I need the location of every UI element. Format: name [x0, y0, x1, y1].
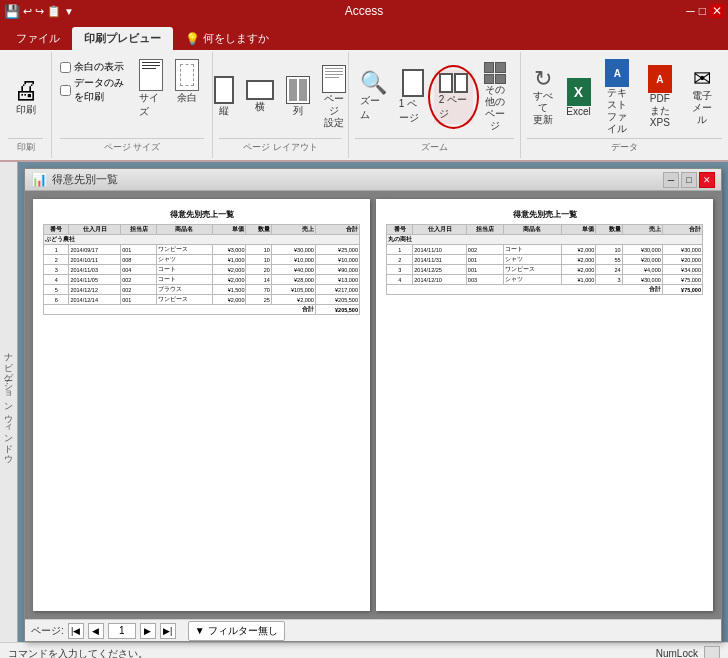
app-title: Access: [345, 4, 384, 18]
group-zoom: 🔍 ズーム 1 ページ 2 ページ: [349, 52, 522, 158]
page-more-button[interactable]: その他のページ: [475, 59, 514, 135]
mdi-window-icon: 📊: [31, 172, 47, 187]
command-bar: コマンドを入力してください。 NumLock: [0, 642, 728, 658]
minimize-app-btn[interactable]: ─: [686, 4, 695, 18]
mdi-title-bar: 📊 得意先別一覧 ─ □ ✕: [25, 169, 721, 191]
save-icon[interactable]: 💾: [4, 4, 20, 19]
group-page-size: 余白の表示 データのみを印刷 サイズ: [52, 52, 213, 158]
page-more-icon: [484, 62, 506, 84]
print-icon: 🖨: [13, 77, 39, 103]
page-input[interactable]: [108, 623, 136, 639]
preview-page-1: 得意先別売上一覧 番号 仕入月日 担当店 商品名 単価 数量: [33, 199, 370, 611]
size-icon: [139, 59, 163, 91]
mdi-window: 📊 得意先別一覧 ─ □ ✕ 得意先別売上一覧: [24, 168, 722, 642]
print-button[interactable]: 🖨 印刷: [8, 74, 44, 120]
columns-icon: [286, 76, 310, 104]
page2-button[interactable]: 2 ページ: [434, 70, 473, 124]
group-page-layout: 縦 横 列 ページ設定: [213, 52, 349, 158]
page1-title: 得意先別売上一覧: [43, 209, 360, 220]
page2-container: 2 ページ: [434, 70, 473, 124]
portrait-button[interactable]: 縦: [209, 73, 239, 121]
mdi-restore-btn[interactable]: □: [681, 172, 697, 188]
excel-button[interactable]: X Excel: [561, 75, 595, 120]
pdf-icon: A: [648, 65, 672, 93]
excel-icon: X: [567, 78, 591, 106]
mdi-controls: ─ □ ✕: [663, 172, 715, 188]
zoom-icon: 🔍: [360, 72, 387, 94]
page2-title: 得意先別売上一覧: [386, 209, 703, 220]
nav-last-btn[interactable]: ▶|: [160, 623, 176, 639]
undo-icon[interactable]: ↩: [23, 5, 32, 18]
nav-next-btn[interactable]: ▶: [140, 623, 156, 639]
portrait-icon: [214, 76, 234, 104]
landscape-button[interactable]: 横: [241, 77, 279, 117]
whatdo-icon: 💡: [185, 32, 200, 46]
text-button[interactable]: A テキストファイル: [598, 56, 637, 138]
pdf-button[interactable]: A PDF またXPS: [639, 62, 680, 132]
tab-whatdo[interactable]: 💡 何をしますか: [173, 27, 281, 50]
text-icon: A: [605, 59, 629, 87]
page2-col-headers: 番号 仕入月日 担当店 商品名 単価 数量 売上 合計: [386, 224, 703, 295]
customize-qa-dropdown[interactable]: ▼: [64, 6, 74, 17]
tab-print-preview[interactable]: 印刷プレビュー: [72, 27, 173, 50]
preview-area: 得意先別売上一覧 番号 仕入月日 担当店 商品名 単価 数量: [25, 191, 721, 619]
preview-page-2: 得意先別売上一覧 番号 仕入月日 担当店 商品名 単価 数量: [376, 199, 713, 611]
command-prompt: コマンドを入力してください。: [8, 647, 148, 659]
restore-app-btn[interactable]: □: [699, 4, 706, 18]
nav-prev-btn[interactable]: ◀: [88, 623, 104, 639]
page-label: ページ:: [31, 624, 64, 638]
group-page-layout-label: ページ レイアウト: [219, 138, 342, 154]
nav-panel[interactable]: ナビゲーション ウィンドウ: [0, 162, 18, 642]
nav-panel-label: ナビゲーション: [2, 346, 15, 406]
filter-label: フィルター無し: [208, 624, 278, 638]
tab-file[interactable]: ファイル: [4, 27, 72, 50]
mdi-window-title: 得意先別一覧: [52, 172, 658, 187]
email-icon: ✉: [693, 68, 711, 90]
mdi-status-bar: ページ: |◀ ◀ ▶ ▶| ▼ フィルター無し: [25, 619, 721, 641]
email-button[interactable]: ✉ 電子メール: [683, 65, 722, 129]
zoom-button[interactable]: 🔍 ズーム: [355, 69, 392, 125]
size-button[interactable]: サイズ: [134, 56, 168, 122]
group-data: ↻ すべて更新 X Excel A テキストファイル A PDF またXPS ✉…: [521, 52, 728, 158]
mdi-close-btn[interactable]: ✕: [699, 172, 715, 188]
margin-checkbox-row: 余白の表示: [60, 60, 130, 74]
clipboard-icon[interactable]: 📋: [47, 5, 61, 18]
page-setup-icon: [322, 65, 346, 93]
group-zoom-label: ズーム: [355, 138, 515, 154]
margin-btn[interactable]: 余白: [170, 56, 204, 122]
refresh-button[interactable]: ↻ すべて更新: [527, 65, 559, 129]
mdi-minimize-btn[interactable]: ─: [663, 172, 679, 188]
nav-first-btn[interactable]: |◀: [68, 623, 84, 639]
page1-icon: [402, 69, 424, 97]
group-data-label: データ: [527, 138, 722, 154]
group-page-size-label: ページ サイズ: [60, 138, 204, 154]
page1-button[interactable]: 1 ページ: [394, 66, 432, 128]
group-print-label: 印刷: [8, 138, 43, 154]
margin-icon: [175, 59, 199, 91]
status-indicator: [704, 646, 720, 659]
filter-btn[interactable]: ▼ フィルター無し: [188, 621, 285, 641]
page-setup-button[interactable]: ページ設定: [317, 62, 351, 132]
margin-checkbox[interactable]: [60, 62, 71, 73]
redo-icon[interactable]: ↪: [35, 5, 44, 18]
dataonly-checkbox[interactable]: [60, 85, 71, 96]
group-print: 🖨 印刷 印刷: [0, 52, 52, 158]
numlock-label: NumLock: [656, 648, 698, 658]
close-app-btn[interactable]: ✕: [710, 4, 724, 18]
columns-button[interactable]: 列: [281, 73, 315, 121]
filter-icon: ▼: [195, 625, 205, 636]
refresh-icon: ↻: [534, 68, 552, 90]
dataonly-checkbox-row: データのみを印刷: [60, 76, 130, 104]
page2-icon: [439, 73, 468, 93]
page1-col-headers: 番号 仕入月日 担当店 商品名 単価 数量 売上 合計: [43, 224, 360, 315]
mdi-area: 📊 得意先別一覧 ─ □ ✕ 得意先別売上一覧: [18, 162, 728, 642]
landscape-icon: [246, 80, 274, 100]
